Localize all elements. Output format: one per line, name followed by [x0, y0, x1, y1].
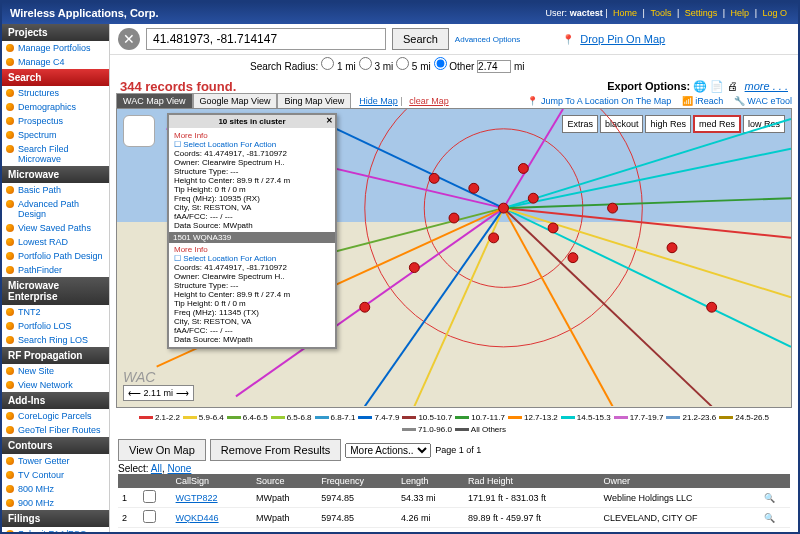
sidebar-item[interactable]: View Saved Paths	[2, 221, 109, 235]
sidebar-item[interactable]: Search Ring LOS	[2, 333, 109, 347]
jump-link[interactable]: 📍 Jump To A Location On The Map	[527, 96, 671, 106]
sidebar-item[interactable]: Prospectus	[2, 114, 109, 128]
radius-option[interactable]: 1 mi	[321, 61, 356, 72]
magnify-icon[interactable]: 🔍	[760, 508, 790, 528]
col-header[interactable]	[118, 474, 139, 488]
col-header[interactable]: Length	[397, 474, 464, 488]
sidebar-item[interactable]: Search Filed Microwave	[2, 142, 109, 166]
pager: Page 1 of 1	[435, 445, 481, 455]
col-header[interactable]: Frequency	[317, 474, 397, 488]
map-links: 📍 Jump To A Location On The Map 📶 iReach…	[519, 96, 792, 106]
hide-map-link[interactable]: Hide Map	[359, 96, 398, 106]
search-button[interactable]: Search	[392, 28, 449, 50]
header-link[interactable]: Tools	[650, 8, 671, 18]
col-header[interactable]	[760, 474, 790, 488]
advanced-options-link[interactable]: Advanced Options	[455, 35, 520, 44]
col-header[interactable]: Rad Height	[464, 474, 600, 488]
sidebar-item[interactable]: 800 MHz	[2, 482, 109, 496]
sidebar-item[interactable]: 900 MHz	[2, 496, 109, 510]
drop-pin-link[interactable]: Drop Pin On Map	[580, 33, 665, 45]
export-more-link[interactable]: more . . .	[745, 80, 788, 92]
map-tab[interactable]: Google Map View	[193, 93, 278, 109]
sidebar-section-header: RF Propagation	[2, 347, 109, 364]
sidebar-item[interactable]: View Network	[2, 378, 109, 392]
row-checkbox[interactable]	[143, 510, 156, 523]
table-row[interactable]: 2WQKD446MWpath5974.854.26 mi89.89 ft - 4…	[118, 508, 790, 528]
more-actions-select[interactable]: More Actions..	[345, 443, 431, 458]
radius-option[interactable]: 3 mi	[359, 61, 394, 72]
sidebar-item[interactable]: TNT2	[2, 305, 109, 319]
select-location-link[interactable]: ☐ Select Location For Action	[174, 254, 330, 263]
sidebar-item[interactable]: Portfolio LOS	[2, 319, 109, 333]
sidebar-item[interactable]: CoreLogic Parcels	[2, 409, 109, 423]
sidebar-item[interactable]: Lowest RAD	[2, 235, 109, 249]
sidebar-item[interactable]: Submit FAA/FCC	[2, 527, 109, 534]
col-header[interactable]	[139, 474, 172, 488]
table-row[interactable]: 1WGTP822MWpath5974.8554.33 mi171.91 ft -…	[118, 488, 790, 508]
map-scale: ⟵ 2.11 mi ⟶	[123, 385, 194, 401]
sidebar-item[interactable]: Advanced Path Design	[2, 197, 109, 221]
magnify-icon[interactable]: 🔍	[760, 488, 790, 508]
sidebar-section-header: Add-Ins	[2, 392, 109, 409]
sidebar-item[interactable]: Portfolio Path Design	[2, 249, 109, 263]
legend-item: 2.1-2.2	[139, 413, 180, 422]
header-link[interactable]: Settings	[685, 8, 718, 18]
sidebar-item[interactable]: Basic Path	[2, 183, 109, 197]
sidebar-item[interactable]: Demographics	[2, 100, 109, 114]
row-checkbox[interactable]	[143, 490, 156, 503]
legend-item: 71.0-96.0	[402, 425, 452, 434]
sidebar-item[interactable]: Spectrum	[2, 128, 109, 142]
callsign-link[interactable]: WGTP822	[176, 493, 218, 503]
map[interactable]: Extrasblackouthigh Resmed Reslow Res	[116, 108, 792, 408]
export-icon[interactable]: 📄	[710, 80, 724, 92]
header-link[interactable]: Help	[731, 8, 750, 18]
search-bar: ✕ Search Advanced Options 📍 Drop Pin On …	[110, 24, 798, 55]
svg-point-1	[365, 109, 643, 347]
col-header[interactable]: Source	[252, 474, 317, 488]
radius-option[interactable]: Other	[434, 61, 475, 72]
legend-item: 6.4-6.5	[227, 413, 268, 422]
select-none-link[interactable]: None	[168, 463, 192, 474]
svg-point-26	[429, 173, 439, 183]
legend-item: 10.5-10.7	[402, 413, 452, 422]
sidebar-item[interactable]: Manage C4	[2, 55, 109, 69]
coords-input[interactable]	[146, 28, 386, 50]
callsign-link[interactable]: WQKD446	[176, 513, 219, 523]
export-icon[interactable]: 🖨	[727, 80, 738, 92]
close-icon[interactable]: ✕	[326, 116, 333, 125]
sidebar-item[interactable]: TV Contour	[2, 468, 109, 482]
svg-point-24	[518, 164, 528, 174]
clear-icon[interactable]: ✕	[118, 28, 140, 50]
col-header[interactable]: CallSign	[172, 474, 252, 488]
sidebar-section-header: Contours	[2, 437, 109, 454]
svg-point-25	[568, 253, 578, 263]
svg-line-11	[504, 208, 712, 406]
map-tab[interactable]: Bing Map View	[277, 93, 351, 109]
header-link[interactable]: Log O	[762, 8, 787, 18]
select-location-link[interactable]: ☐ Select Location For Action	[174, 140, 330, 149]
more-info-link[interactable]: More Info	[174, 131, 330, 140]
sidebar-item[interactable]: Structures	[2, 86, 109, 100]
more-info-link[interactable]: More Info	[174, 245, 330, 254]
remove-results-button[interactable]: Remove From Results	[210, 439, 341, 461]
header-link[interactable]: Home	[613, 8, 637, 18]
col-header[interactable]: Owner	[600, 474, 760, 488]
svg-point-22	[548, 223, 558, 233]
etool-link[interactable]: 🔧 WAC eTool	[734, 96, 792, 106]
sidebar-item[interactable]: New Site	[2, 364, 109, 378]
radius-other-input[interactable]	[477, 60, 511, 73]
map-watermark: WAC	[123, 369, 155, 385]
sidebar-section-header: Filings	[2, 510, 109, 527]
radius-option[interactable]: 5 mi	[396, 61, 431, 72]
select-all-link[interactable]: All	[151, 463, 162, 474]
sidebar-item[interactable]: Tower Getter	[2, 454, 109, 468]
ireach-link[interactable]: 📶 iReach	[682, 96, 724, 106]
sidebar-item[interactable]: GeoTel Fiber Routes	[2, 423, 109, 437]
map-tab[interactable]: WAC Map View	[116, 93, 193, 109]
view-on-map-button[interactable]: View On Map	[118, 439, 206, 461]
sidebar: ProjectsManage PortfoliosManage C4Search…	[2, 24, 110, 534]
clear-map-link[interactable]: clear Map	[409, 96, 449, 106]
sidebar-item[interactable]: PathFinder	[2, 263, 109, 277]
export-icon[interactable]: 🌐	[693, 80, 707, 92]
sidebar-item[interactable]: Manage Portfolios	[2, 41, 109, 55]
